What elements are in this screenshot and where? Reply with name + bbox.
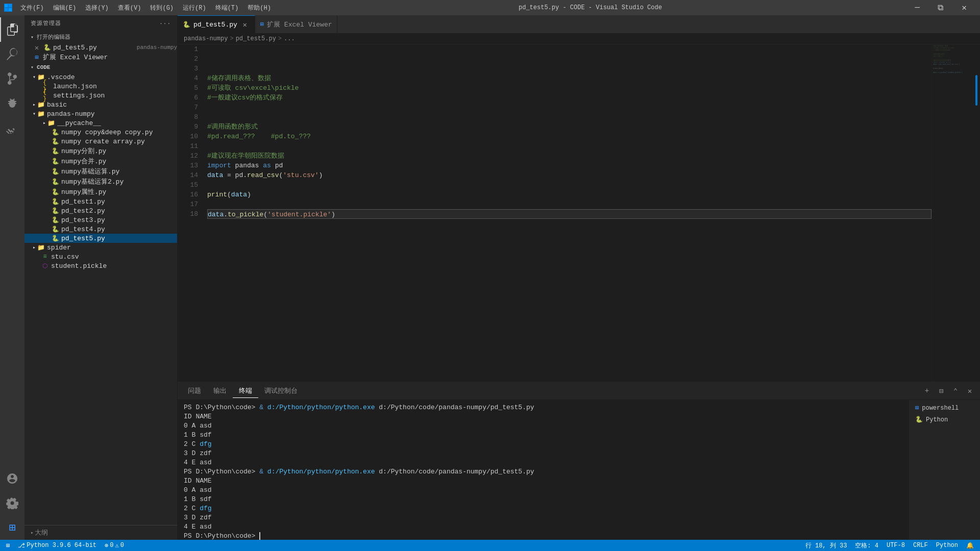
menu-terminal[interactable]: 终端(T) [211, 3, 243, 13]
maximize-terminal-button[interactable]: ⌃ [949, 385, 962, 397]
split-terminal-button[interactable]: ⊟ [935, 385, 947, 397]
file-stu-csv[interactable]: ≡ stu.csv [24, 252, 177, 261]
breadcrumb-symbol[interactable]: ... [284, 35, 295, 42]
folder-basic[interactable]: 📁 basic [24, 100, 177, 109]
status-bar: ⊞ ⎇ Python 3.9.6 64-bit ⊗ 0 ⚠ 0 行 18, 列 … [0, 540, 980, 551]
py-icon: 🐍 [51, 178, 59, 186]
breadcrumb-file[interactable]: pd_test5.py [236, 35, 276, 42]
file-pd-test4[interactable]: 🐍 pd_test4.py [24, 224, 177, 234]
tab-output[interactable]: 输出 [207, 384, 233, 397]
tab-close-icon[interactable]: ✕ [240, 20, 250, 29]
activity-explorer[interactable] [0, 17, 24, 42]
file-pd-test2[interactable]: 🐍 pd_test2.py [24, 206, 177, 215]
indent-size[interactable]: 空格: 4 [853, 541, 880, 550]
activity-settings[interactable] [0, 491, 24, 515]
code-line-11 [207, 141, 932, 151]
sidebar-dots[interactable]: ··· [159, 20, 171, 27]
activity-remote[interactable]: ⊞ [0, 515, 24, 540]
folder-pandas-numpy[interactable]: 📁 pandas-numpy [24, 109, 177, 118]
menu-goto[interactable]: 转到(G) [146, 3, 178, 13]
editor-content: 12345 678910 1112131415 161718 #储存调用表格、数… [178, 44, 980, 382]
file-stu-csv-label: stu.csv [51, 253, 177, 261]
tab-debug-console[interactable]: 调试控制台 [258, 384, 304, 397]
file-numpy-split[interactable]: 🐍 numpy分割.py [24, 146, 177, 156]
title-bar: 文件(F) 编辑(E) 选择(Y) 查看(V) 转到(G) 运行(R) 终端(T… [0, 0, 980, 15]
open-editors-section[interactable]: 打开的编辑器 [24, 31, 177, 43]
file-pd-test5[interactable]: 🐍 pd_test5.py [24, 234, 177, 243]
outline-section[interactable]: 大纲 [31, 528, 171, 538]
menu-help[interactable]: 帮助(H) [243, 3, 275, 13]
file-numpy-merge[interactable]: 🐍 numpy合并.py [24, 156, 177, 166]
folder-spider[interactable]: 📁 spider [24, 243, 177, 252]
cursor-position[interactable]: 行 18, 列 33 [803, 541, 849, 550]
activity-scm[interactable] [0, 66, 24, 91]
open-file-pd-test5[interactable]: ✕ 🐍 pd_test5.py pandas-numpy [24, 43, 177, 52]
menu-run[interactable]: 运行(R) [179, 3, 210, 13]
tab-pd-test5-label: pd_test5.py [193, 21, 237, 29]
menu-select[interactable]: 选择(Y) [81, 3, 113, 13]
window-title: pd_test5.py - CODE - Visual Studio Code [519, 4, 662, 11]
close-button[interactable]: ✕ [952, 0, 976, 15]
file-pd-test1-label: pd_test1.py [61, 198, 177, 206]
language-mode[interactable]: Python [934, 542, 960, 549]
activity-account[interactable] [0, 466, 24, 491]
file-pd-test3[interactable]: 🐍 pd_test3.py [24, 215, 177, 224]
file-numpy-basic1-label: numpy基础运算.py [61, 167, 177, 176]
terminal-output[interactable]: PS D:\Python\code> & d:/Python/python/py… [178, 400, 909, 540]
app-body: ⊞ 资源管理器 ··· 打开的编辑器 ✕ 🐍 pd_test5.py panda… [0, 15, 980, 551]
code-root-section[interactable]: CODE [24, 62, 177, 72]
open-file-excel-viewer[interactable]: ⊞ 扩展 Excel Viewer [24, 52, 177, 62]
tab-terminal[interactable]: 终端 [233, 384, 258, 398]
breadcrumb: pandas-numpy > pd_test5.py > ... [178, 33, 980, 44]
menu-file[interactable]: 文件(F) [16, 3, 48, 13]
warning-icon: ⚠ [115, 542, 119, 549]
tab-pd-test5[interactable]: 🐍 pd_test5.py ✕ [178, 15, 255, 33]
tab-excel-viewer[interactable]: ⊞ 扩展 Excel Viewer [255, 15, 338, 33]
powershell-icon: ⊞ [915, 404, 919, 412]
errors-warnings[interactable]: ⊗ 0 ⚠ 0 [103, 542, 126, 549]
error-count: 0 [110, 542, 113, 549]
notifications[interactable]: 🔔 [964, 542, 976, 549]
line-ending[interactable]: CRLF [911, 542, 930, 549]
encoding[interactable]: UTF-8 [885, 542, 907, 549]
status-left: ⊞ ⎇ Python 3.9.6 64-bit ⊗ 0 ⚠ 0 [4, 542, 126, 549]
remote-indicator[interactable]: ⊞ [4, 542, 12, 549]
activity-search[interactable] [0, 42, 24, 66]
tab-problems[interactable]: 问题 [182, 384, 207, 397]
code-line-18: data.to_pickle('student.pickle') [207, 209, 932, 219]
add-terminal-button[interactable]: + [921, 385, 933, 397]
open-editors-label: 打开的编辑器 [37, 33, 70, 41]
file-numpy-create[interactable]: 🐍 numpy create array.py [24, 137, 177, 146]
file-numpy-basic2[interactable]: 🐍 numpy基础运算2.py [24, 177, 177, 187]
maximize-button[interactable]: ⧉ [929, 0, 952, 15]
py-file-icon: 🐍 [43, 43, 51, 52]
file-numpy-copy[interactable]: 🐍 numpy copy&deep copy.py [24, 128, 177, 137]
activity-debug[interactable] [0, 91, 24, 115]
activity-extensions[interactable] [0, 115, 24, 140]
folder-pycache[interactable]: 📁 __pycache__ [24, 118, 177, 128]
ext-icon: ⊞ [33, 53, 41, 61]
menu-view[interactable]: 查看(V) [114, 3, 145, 13]
minimize-button[interactable]: — [905, 0, 929, 15]
shell-powershell[interactable]: ⊞ powershell [909, 402, 980, 414]
git-branch-label: Python 3.9.6 64-bit [27, 542, 96, 549]
file-numpy-attr[interactable]: 🐍 numpy属性.py [24, 187, 177, 197]
file-student-pickle[interactable]: ⬡ student.pickle [24, 261, 177, 270]
close-open-file-icon[interactable]: ✕ [33, 43, 41, 52]
shell-python[interactable]: 🐍 Python [909, 414, 980, 425]
file-pd-test1[interactable]: 🐍 pd_test1.py [24, 197, 177, 206]
menu-edit[interactable]: 编辑(E) [49, 3, 81, 13]
code-line-10: #pd.read_??? #pd.to_??? [207, 132, 932, 141]
file-settings-json[interactable]: { } settings.json [24, 91, 177, 100]
git-branch[interactable]: ⎇ Python 3.9.6 64-bit [16, 542, 99, 549]
scroll-indicator [975, 75, 977, 106]
close-terminal-button[interactable]: ✕ [964, 385, 976, 397]
code-area[interactable]: #储存调用表格、数据 #可读取 csv\excel\pickle #一般建议cs… [203, 44, 932, 382]
py-icon: 🐍 [51, 216, 59, 224]
git-icon: ⎇ [18, 542, 25, 549]
code-root-label: CODE [37, 64, 50, 70]
code-line-9: #调用函数的形式 [207, 122, 932, 132]
file-numpy-basic1[interactable]: 🐍 numpy基础运算.py [24, 166, 177, 177]
py-icon: 🐍 [51, 188, 59, 196]
breadcrumb-root[interactable]: pandas-numpy [184, 35, 228, 42]
